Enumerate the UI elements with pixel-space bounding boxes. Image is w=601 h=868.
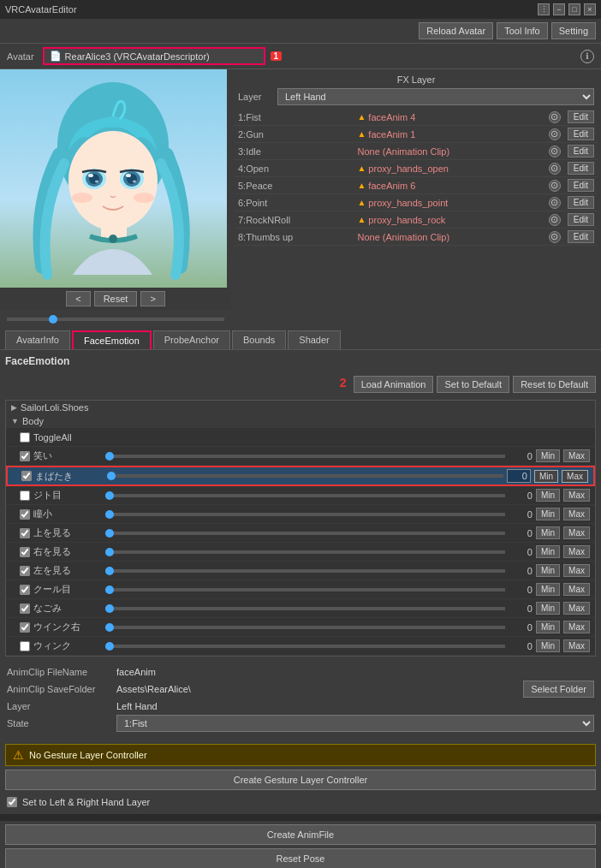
- slot-circle[interactable]: ⊙: [545, 194, 564, 211]
- max-button[interactable]: Max: [563, 583, 590, 596]
- max-button[interactable]: Max: [563, 602, 590, 615]
- tab-faceEmotion[interactable]: FaceEmotion: [72, 330, 152, 349]
- max-button[interactable]: Max: [563, 449, 590, 462]
- tool-info-button[interactable]: Tool Info: [497, 22, 548, 39]
- slot-circle[interactable]: ⊙: [545, 109, 564, 126]
- reset-button[interactable]: Reset: [94, 291, 138, 306]
- emotion-checkbox[interactable]: [20, 603, 30, 614]
- emotion-checkbox[interactable]: [20, 528, 30, 538]
- emotion-value: 0: [509, 622, 533, 633]
- next-button[interactable]: >: [140, 291, 164, 306]
- maximize-btn[interactable]: □: [568, 3, 580, 15]
- emotion-value: 0: [509, 509, 533, 520]
- tab-probeAnchor[interactable]: ProbeAnchor: [153, 330, 230, 349]
- slot-circle[interactable]: ⊙: [545, 211, 564, 229]
- min-button[interactable]: Min: [536, 621, 560, 633]
- slot-edit[interactable]: Edit: [564, 109, 598, 126]
- emotion-slider[interactable]: [105, 626, 505, 629]
- tab-bounds[interactable]: Bounds: [232, 330, 286, 349]
- min-button[interactable]: Min: [536, 449, 560, 462]
- max-button[interactable]: Max: [563, 621, 590, 633]
- max-button[interactable]: Max: [562, 470, 588, 483]
- min-button[interactable]: Min: [534, 470, 558, 483]
- layer-field-value: Left Hand: [116, 701, 594, 711]
- set-to-default-button[interactable]: Set to Default: [437, 376, 509, 393]
- slot-circle[interactable]: ⊙: [545, 177, 564, 194]
- slot-circle[interactable]: ⊙: [545, 229, 564, 246]
- setting-button[interactable]: Setting: [551, 22, 596, 39]
- slot-circle[interactable]: ⊙: [545, 126, 564, 143]
- emotion-slider[interactable]: [105, 513, 505, 516]
- min-button[interactable]: Min: [536, 602, 560, 615]
- min-button[interactable]: Min: [536, 545, 560, 558]
- emotion-slider[interactable]: [105, 607, 505, 610]
- tab-shader[interactable]: Shader: [288, 330, 340, 349]
- emotion-slider[interactable]: [105, 455, 505, 458]
- emotion-group-header[interactable]: ▼Body: [6, 414, 595, 428]
- emotion-slider[interactable]: [107, 474, 503, 478]
- slot-edit[interactable]: Edit: [564, 177, 598, 194]
- reset-to-default-button[interactable]: Reset to Default: [513, 376, 596, 393]
- min-button[interactable]: Min: [536, 526, 560, 539]
- emotion-checkbox[interactable]: [20, 490, 30, 501]
- emotion-slider[interactable]: [105, 645, 505, 648]
- load-animation-button[interactable]: Load Animation: [354, 376, 434, 393]
- min-button[interactable]: Min: [536, 489, 560, 502]
- slot-edit[interactable]: Edit: [564, 160, 598, 177]
- emotion-slider[interactable]: [105, 532, 505, 535]
- max-button[interactable]: Max: [563, 639, 590, 652]
- emotion-checkbox[interactable]: [20, 451, 30, 461]
- state-select[interactable]: 1:Fist: [116, 715, 594, 732]
- emotion-slider[interactable]: [105, 588, 505, 592]
- window-controls[interactable]: ⋮ − □ ×: [538, 3, 596, 15]
- avatar-selector[interactable]: 📄 RearAlice3 (VRCAvatarDescriptor): [43, 47, 265, 65]
- max-button[interactable]: Max: [563, 526, 590, 539]
- slot-edit[interactable]: Edit: [564, 126, 598, 143]
- min-button[interactable]: Min: [536, 639, 560, 652]
- create-animfile-button[interactable]: Create AnimFile: [5, 824, 596, 845]
- slot-circle[interactable]: ⊙: [545, 143, 564, 160]
- slot-circle[interactable]: ⊙: [545, 160, 564, 177]
- emotion-checkbox[interactable]: [20, 641, 30, 651]
- slot-edit[interactable]: Edit: [564, 229, 598, 246]
- emotion-checkbox[interactable]: [20, 566, 30, 576]
- minimize-btn[interactable]: −: [553, 3, 565, 15]
- svg-point-12: [126, 174, 131, 177]
- emotion-slider[interactable]: [105, 550, 505, 554]
- layer-select[interactable]: Left Hand: [277, 88, 594, 105]
- reload-avatar-button[interactable]: Reload Avatar: [419, 22, 493, 39]
- set-left-right-checkbox[interactable]: [7, 797, 17, 807]
- close-btn[interactable]: ×: [584, 3, 596, 15]
- slot-edit[interactable]: Edit: [564, 143, 598, 160]
- zoom-slider[interactable]: [7, 318, 224, 321]
- reset-pose-button[interactable]: Reset Pose: [5, 848, 596, 868]
- emotion-checkbox[interactable]: [20, 585, 30, 595]
- emotion-checkbox[interactable]: [20, 432, 30, 443]
- max-button[interactable]: Max: [563, 545, 590, 558]
- max-button[interactable]: Max: [563, 564, 590, 577]
- emotion-checkbox[interactable]: [20, 509, 30, 520]
- emotion-checkbox[interactable]: [21, 471, 32, 481]
- avatar-info-icon[interactable]: ℹ: [580, 50, 594, 63]
- prev-button[interactable]: <: [66, 291, 90, 306]
- slot-id: 7:RockNRoll: [235, 211, 354, 229]
- emotion-slider[interactable]: [105, 569, 505, 573]
- more-options-btn[interactable]: ⋮: [538, 3, 550, 15]
- max-button[interactable]: Max: [563, 489, 590, 502]
- emotion-group-header[interactable]: ▶SailorLoli.Shoes: [6, 401, 595, 414]
- create-gesture-button[interactable]: Create Gesture Layer Controller: [5, 770, 596, 790]
- emotion-name: ToggleAll: [33, 432, 102, 443]
- slot-edit[interactable]: Edit: [564, 194, 598, 211]
- emotion-checkbox[interactable]: [20, 622, 30, 633]
- slot-edit[interactable]: Edit: [564, 211, 598, 229]
- emotion-slider[interactable]: [105, 494, 505, 497]
- select-folder-button[interactable]: Select Folder: [523, 681, 594, 698]
- emotion-value: 0: [509, 547, 533, 557]
- tab-avatarInfo[interactable]: AvatarInfo: [5, 330, 70, 349]
- min-button[interactable]: Min: [536, 564, 560, 577]
- emotion-checkbox[interactable]: [20, 547, 30, 557]
- svg-point-16: [109, 235, 117, 243]
- min-button[interactable]: Min: [536, 583, 560, 596]
- min-button[interactable]: Min: [536, 508, 560, 520]
- max-button[interactable]: Max: [563, 508, 590, 520]
